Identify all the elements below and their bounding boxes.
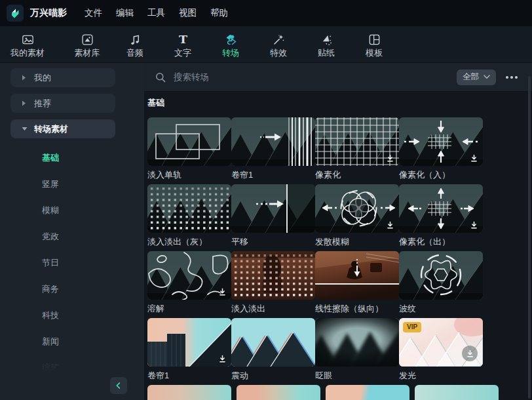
sidebar-item-blur[interactable]: 模糊 [0,197,144,224]
partial-thumbnail[interactable] [326,385,409,400]
download-icon[interactable] [217,287,227,297]
transition-thumbnail[interactable]: VIP [399,318,483,367]
vip-badge: VIP [403,322,421,332]
menu-help[interactable]: 帮助 [210,7,228,19]
tab-my-media[interactable]: 我的素材 [0,33,55,57]
transition-card[interactable]: 线性擦除（纵向） [315,251,399,318]
search-icon [155,72,166,83]
transition-overlay-dots [147,184,231,233]
transition-thumbnail[interactable] [231,184,315,233]
my-media-icon [21,33,35,47]
download-icon[interactable] [217,353,227,364]
sidebar-item-vertical[interactable]: 竖屏 [0,171,144,197]
transition-thumbnail[interactable] [231,117,315,166]
sidebar-item-business[interactable]: 商务 [0,276,144,302]
transition-thumbnail[interactable] [315,251,399,300]
transition-thumbnail[interactable] [315,117,399,166]
transition-thumbnail[interactable] [231,318,315,367]
transition-thumbnail[interactable] [399,184,483,233]
vignette-overlay [315,318,399,367]
filter-dropdown-label: 全部 [463,73,479,81]
transition-thumbnail[interactable] [147,251,231,300]
sidebar-group-mine[interactable]: 我的 [10,68,115,87]
transition-name: 眨眼 [315,371,399,380]
search-input[interactable] [172,71,457,83]
transition-thumbnail[interactable] [231,251,315,300]
transition-card[interactable]: 像素化（出） [399,184,483,251]
search-toolbar: 全部 [144,63,532,92]
app-title: 万兴喵影 [30,7,67,19]
menu-edit[interactable]: 编辑 [116,7,134,19]
transition-card[interactable]: 淡入单轨 [147,117,231,184]
main-content: 全部 基础 淡入单轨 卷帘1 [144,63,532,400]
app-logo-icon[interactable] [7,5,24,22]
category-label: 商务 [42,283,59,295]
tab-stock-media[interactable]: 素材库 [64,33,111,57]
menu-file[interactable]: 文件 [85,7,102,19]
sidebar-item-party-gov[interactable]: 党政 [0,224,144,250]
transition-name: 发光 [399,371,483,380]
download-icon[interactable] [468,220,479,230]
sidebar: 我的 推荐 转场素材 基础 竖屏 模糊 党政 节日 商务 科技 新闻 综艺 [0,63,144,400]
text-icon: T [176,33,190,47]
transition-card[interactable]: 卷帘1 [147,318,231,385]
transition-card[interactable]: 像素化（入） [399,117,483,184]
transition-card[interactable]: 溶解 [147,251,231,318]
transition-card[interactable]: 像素化 [315,117,399,184]
transition-thumbnail[interactable] [147,318,231,367]
transition-thumbnail[interactable] [399,117,483,166]
sidebar-item-basic[interactable]: 基础 [0,145,144,171]
sidebar-categories: 基础 竖屏 模糊 党政 节日 商务 科技 新闻 综艺 [0,145,144,381]
download-icon[interactable] [385,220,395,230]
more-options-icon[interactable] [504,73,519,82]
partial-thumbnail[interactable] [415,385,499,400]
sidebar-collapse-button[interactable] [110,377,127,394]
section-title: 基础 [147,98,532,108]
transition-card[interactable]: 淡入淡出（灰） [147,184,231,251]
transition-card[interactable]: 波纹 [399,251,483,318]
tab-effects[interactable]: 特效 [255,33,302,57]
download-icon[interactable] [468,153,479,163]
transition-thumbnail[interactable] [315,318,399,367]
sidebar-group-transition-assets[interactable]: 转场素材 [10,119,115,138]
sidebar-group-label: 我的 [34,72,51,84]
filmora-logo-glyph [7,5,24,22]
menubar: 万兴喵影 文件编辑工具视图帮助 [0,0,532,26]
transition-overlay-dots [231,251,315,300]
sidebar-group-recommended[interactable]: 推荐 [10,94,115,113]
transition-card[interactable]: 眨眼 [315,318,399,385]
transition-card[interactable]: VIP 发光 [399,318,483,385]
tab-label: 模板 [366,49,383,57]
tab-stickers[interactable]: 贴纸 [303,33,350,57]
category-label: 科技 [42,310,59,321]
category-label: 党政 [42,231,59,243]
partial-thumbnail[interactable] [147,385,231,400]
transition-thumbnail[interactable] [315,184,399,233]
sidebar-item-technology[interactable]: 科技 [0,302,144,329]
stock-media-icon [81,33,94,47]
filter-dropdown[interactable]: 全部 [457,70,496,85]
menu-view[interactable]: 视图 [179,7,197,19]
tab-audio[interactable]: 音频 [111,33,159,57]
transition-card[interactable]: 震动 [231,318,315,385]
sidebar-item-news[interactable]: 新闻 [0,329,144,355]
transition-card[interactable]: 发散模糊 [315,184,399,251]
transition-card[interactable]: 淡入淡出 [231,251,315,318]
tab-transitions[interactable]: 转场 [207,33,254,57]
transition-thumbnail[interactable] [147,184,231,233]
download-icon[interactable] [462,346,478,361]
transition-card[interactable]: 平移 [231,184,315,251]
transition-thumbnail[interactable] [399,251,483,300]
tab-text[interactable]: T 文字 [159,33,206,57]
tab-templates[interactable]: 模板 [351,33,398,57]
transition-card[interactable]: 卷帘1 [231,117,315,184]
sidebar-footer [0,370,144,400]
partial-thumbnail[interactable] [237,385,320,400]
download-icon[interactable] [385,153,395,163]
vertical-scrollbar[interactable] [528,76,531,399]
menu-tools[interactable]: 工具 [147,7,165,19]
asset-tabbar: 我的素材 素材库 音频 T 文字 转场 特效 贴纸 模板 [0,26,532,63]
sidebar-item-festival[interactable]: 节日 [0,250,144,276]
tab-label: 我的素材 [10,49,45,57]
transition-thumbnail[interactable] [147,117,231,166]
